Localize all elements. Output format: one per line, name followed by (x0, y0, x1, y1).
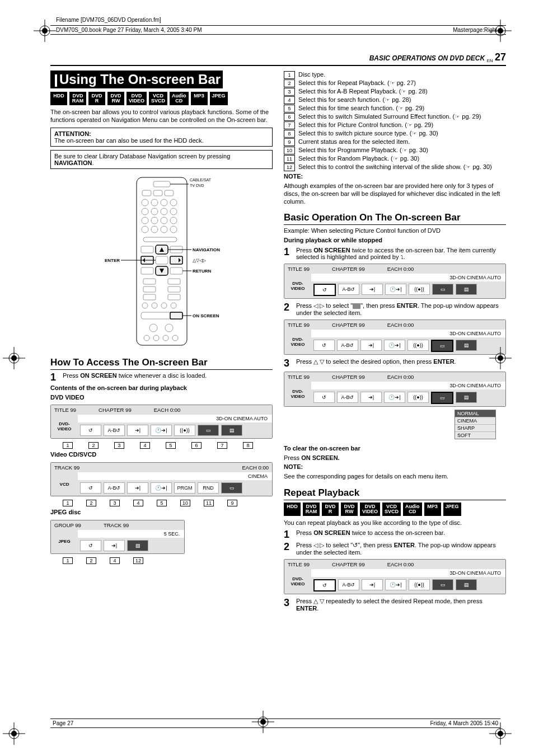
time-search-icon: 🕐➜| (151, 425, 172, 436)
format-badge: DVDRW (341, 503, 358, 516)
callout-item: 10Select this for Programme Playback. (☞… (284, 147, 506, 154)
callout-number: 5 (157, 500, 167, 506)
svg-point-79 (142, 303, 148, 308)
callout-item: 3Select this for A-B Repeat Playback. (☞… (284, 88, 506, 96)
vcd-callouts: 1234510119 (63, 500, 273, 506)
svg-rect-77 (143, 294, 156, 300)
svg-rect-75 (143, 287, 156, 292)
svg-rect-73 (143, 279, 156, 284)
dropdown-option: SHARP (455, 425, 495, 432)
repeat-playback-head: Repeat Playback (284, 487, 506, 500)
svg-text:RETURN: RETURN (193, 269, 212, 274)
crop-mark-icon (34, 20, 56, 42)
format-badge: DVDVIDEO (360, 503, 380, 516)
attention-box: ATTENTION: The on-screen bar can also be… (50, 128, 273, 147)
svg-rect-34 (153, 190, 162, 196)
svg-point-44 (142, 217, 148, 224)
during-label: During playback or while stopped (284, 237, 506, 245)
svg-point-82 (171, 303, 176, 308)
onscreen-bar-dvd: TITLE 99 CHAPTER 99 EACH 0:00 DVD-VIDEO … (50, 405, 273, 439)
svg-text:CABLE/SAT: CABLE/SAT (190, 178, 212, 182)
svg-point-51 (170, 226, 177, 233)
crop-mark-icon (489, 20, 512, 42)
dvd-video-label: DVD VIDEO (50, 394, 273, 402)
onscreen-bar-step1: TITLE 99CHAPTER 99EACH 0:00 DVD-VIDEO 3D… (284, 264, 506, 299)
format-badge: DVDR (322, 503, 339, 516)
clear-body: Press ON SCREEN. (284, 454, 506, 462)
callout-number: 1 (63, 442, 73, 449)
onscreen-bar-step3: TITLE 99CHAPTER 99EACH 0:00 DVD-VIDEO 3D… (284, 372, 506, 407)
vcd-label: Video CD/SVCD (50, 451, 273, 459)
svg-text:TV DVD: TV DVD (190, 184, 204, 187)
callout-item: 7Select this for Picture Control functio… (284, 121, 506, 129)
format-badge: JPEG (443, 503, 461, 516)
callout-number: 4 (133, 500, 143, 506)
crop-mark-icon (3, 347, 25, 369)
note2-body: See the corresponding pages for details … (284, 473, 506, 481)
crop-mark-icon (3, 722, 25, 745)
callout-number: 1 (63, 557, 73, 564)
svg-point-43 (170, 208, 177, 215)
svg-point-88 (165, 324, 173, 332)
picture-control-dropdown: NORMALCINEMASHARPSOFT (455, 410, 496, 439)
onscreen-bar-repeat: TITLE 99CHAPTER 99EACH 0:00 DVD-VIDEO 3D… (284, 559, 506, 594)
svg-point-49 (151, 226, 158, 233)
note-body: Although examples of the on-screen bar a… (284, 182, 506, 205)
callout-item: 2Select this for Repeat Playback. (☞ pg.… (284, 79, 506, 87)
svg-rect-53 (141, 246, 153, 253)
format-badge: DVDR (88, 92, 105, 105)
callout-item: 1Disc type. (284, 71, 506, 79)
step-number: 1 (50, 372, 59, 382)
step-1: Press ON SCREEN twice to access the on-s… (296, 247, 506, 260)
picture-control-icon: ▭ (198, 425, 219, 436)
svg-rect-84 (170, 312, 182, 319)
callout-number: 5 (166, 442, 176, 449)
rstep-3: Press △ ▽ repeatedly to select the desir… (296, 598, 506, 612)
step-text: Press ON SCREEN twice whenever a disc is… (63, 372, 273, 382)
remote-control-figure: CABLE/SAT TV DVD (50, 175, 273, 349)
format-badge: JPEG (210, 92, 228, 105)
svg-point-48 (142, 226, 148, 233)
format-badge: HDD (50, 92, 67, 105)
contents-head: Contents of the on-screen bar during pla… (50, 384, 273, 392)
svg-text:NAVIGATION: NAVIGATION (193, 247, 220, 252)
callout-number: 8 (243, 442, 253, 449)
repeat-intro: You can repeat playback as you like acco… (284, 519, 506, 527)
callout-number: 2 (88, 442, 99, 449)
jpeg-label: JPEG disc (50, 509, 273, 516)
svg-point-37 (151, 199, 158, 206)
svg-point-36 (142, 199, 148, 206)
rstep-2: Press ◁ ▷ to select "↺", then press ENTE… (296, 542, 506, 556)
callout-number: 3 (110, 500, 120, 506)
svg-point-45 (151, 217, 158, 224)
dropdown-option: SOFT (455, 432, 495, 439)
svg-rect-74 (168, 279, 180, 284)
callout-item: 12Select this to control the switching i… (284, 163, 506, 171)
surround-icon: ((●)) (174, 425, 195, 436)
callout-number: 9 (227, 500, 237, 506)
svg-point-41 (151, 208, 158, 215)
svg-point-80 (152, 303, 157, 308)
callout-number: 3 (114, 442, 124, 449)
format-badge: DVDRAM (69, 92, 86, 105)
callout-number: 11 (204, 500, 214, 506)
onscreen-bar-step2: TITLE 99CHAPTER 99EACH 0:00 DVD-VIDEO 3D… (284, 320, 506, 355)
svg-rect-68 (170, 267, 182, 274)
svg-rect-65 (141, 267, 153, 274)
callout-list: 1Disc type.2Select this for Repeat Playb… (284, 71, 506, 171)
format-badge: DVDRW (107, 92, 124, 105)
rstep-1: Press ON SCREEN twice to access the on-s… (296, 529, 506, 539)
callout-number: 2 (86, 500, 96, 506)
callout-number: 10 (180, 500, 190, 506)
svg-point-81 (161, 303, 167, 308)
step-3: Press △ ▽ to select the desired option, … (296, 358, 506, 368)
picture-source-icon: ▤ (221, 425, 242, 436)
onscreen-bar-vcd: TRACK 99 EACH 0:00 VCD CINEMA ↺ A-B↺ ➜| … (50, 462, 273, 496)
svg-point-40 (142, 208, 148, 215)
svg-point-87 (149, 324, 157, 332)
intro-text: The on-screen bar allows you to control … (50, 109, 273, 124)
format-badge: AudioCD (170, 92, 189, 105)
svg-rect-52 (143, 237, 177, 242)
svg-rect-33 (142, 190, 151, 196)
crop-mark-icon (489, 347, 512, 369)
